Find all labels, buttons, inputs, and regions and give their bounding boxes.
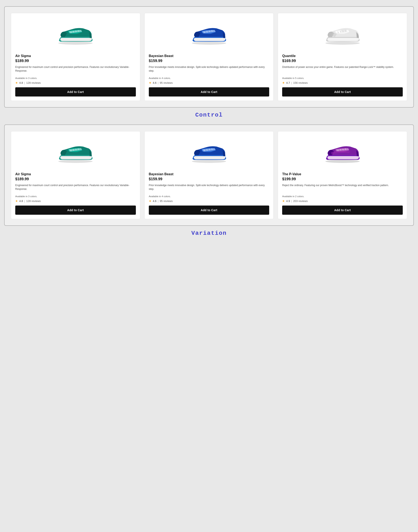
product-colors: Available in 5 colors. (282, 77, 403, 79)
rating-divider: | (291, 200, 292, 203)
product-card-quantile-control: Quantile $169.99 Distribution of power a… (278, 13, 407, 101)
reviews-count: 128 reviews (26, 200, 41, 203)
product-description: Prior knowledge meets innovative design.… (149, 183, 269, 191)
rating-value: 4.8 (19, 81, 23, 84)
svg-point-15 (58, 160, 93, 163)
product-card-air-sigma-variation: Air Sigma $189.99 Engineered for maximum… (11, 131, 140, 219)
product-card-bayesian-beast-control: Bayesian Beast $159.99 Prior knowledge m… (144, 13, 274, 101)
product-image-bayesian-beast-control (149, 17, 269, 51)
product-colors: Available in 4 colors. (149, 195, 269, 198)
control-products-grid: Air Sigma $189.99 Engineered for maximum… (11, 13, 407, 101)
star-icon: ★ (15, 81, 18, 84)
add-to-cart-button[interactable]: Add to Cart (149, 87, 269, 97)
product-card-bayesian-beast-variation: Bayesian Beast $159.99 Prior knowledge m… (144, 131, 274, 219)
svg-point-25 (325, 160, 360, 163)
product-rating: ★ 4.8 | 128 reviews (15, 81, 136, 84)
rating-divider: | (158, 81, 158, 84)
star-icon: ★ (149, 199, 151, 203)
star-icon: ★ (15, 199, 18, 203)
product-name: Bayesian Beast (149, 54, 269, 58)
product-card-air-sigma-control: Air Sigma $189.99 Engineered for maximum… (11, 13, 140, 101)
svg-point-0 (58, 42, 93, 45)
reviews-count: 128 reviews (26, 81, 41, 84)
purple-shoe-icon (322, 140, 363, 165)
product-colors: Available in 3 colors. (15, 77, 136, 79)
rating-value: 4.8 (19, 200, 23, 203)
variation-products-grid: Air Sigma $189.99 Engineered for maximum… (11, 131, 407, 219)
product-price: $199.99 (282, 177, 403, 181)
product-description: Prior knowledge meets innovative design.… (149, 65, 269, 73)
product-rating: ★ 4.6 | 95 reviews (149, 81, 269, 84)
white-shoe-icon (322, 22, 363, 46)
reviews-count: 156 reviews (293, 81, 308, 84)
product-colors: Available in 3 colors. (15, 195, 136, 198)
product-card-p-value-variation: The P-Value $199.99 Reject the ordinary.… (278, 131, 407, 219)
product-image-p-value-variation (282, 136, 403, 169)
product-image-bayesian-beast-variation (149, 136, 269, 169)
product-image-quantile-control (282, 17, 403, 51)
product-image-air-sigma-control (15, 17, 136, 51)
product-name: Quantile (282, 54, 403, 58)
rating-value: 4.6 (153, 200, 157, 203)
teal-shoe-icon-2 (55, 140, 96, 165)
add-to-cart-button[interactable]: Add to Cart (282, 205, 403, 215)
rating-divider: | (24, 81, 25, 84)
star-icon: ★ (282, 199, 285, 203)
product-name: Air Sigma (15, 54, 136, 58)
teal-shoe-icon (55, 22, 96, 46)
product-image-air-sigma-variation (15, 136, 136, 169)
add-to-cart-button[interactable]: Add to Cart (15, 87, 136, 97)
product-colors: Available in 2 colors. (282, 195, 403, 198)
rating-divider: | (291, 81, 292, 84)
product-name: Bayesian Beast (149, 172, 269, 176)
product-description: Engineered for maximum court control and… (15, 183, 136, 191)
reviews-count: 95 reviews (160, 81, 173, 84)
product-description: Distribution of power across your entire… (282, 65, 403, 73)
rating-value: 4.9 (286, 200, 290, 203)
rating-value: 4.7 (286, 81, 290, 84)
reviews-count: 95 reviews (160, 200, 173, 203)
add-to-cart-button[interactable]: Add to Cart (15, 205, 136, 215)
product-rating: ★ 4.6 | 95 reviews (149, 199, 269, 203)
product-name: Air Sigma (15, 172, 136, 176)
product-rating: ★ 4.7 | 156 reviews (282, 81, 403, 84)
product-colors: Available in 4 colors. (149, 77, 269, 79)
star-icon: ★ (149, 81, 151, 84)
rating-value: 4.6 (153, 81, 157, 84)
product-rating: ★ 4.9 | 203 reviews (282, 199, 403, 203)
control-section: Air Sigma $189.99 Engineered for maximum… (4, 6, 414, 108)
svg-point-10 (325, 42, 360, 45)
product-price: $169.99 (282, 59, 403, 63)
rating-divider: | (24, 200, 25, 203)
blue-shoe-icon (188, 22, 230, 46)
svg-point-20 (192, 160, 226, 163)
product-rating: ★ 4.8 | 128 reviews (15, 199, 136, 203)
control-label: Control (4, 112, 414, 118)
product-price: $159.99 (149, 59, 269, 63)
product-price: $159.99 (149, 177, 269, 181)
product-price: $189.99 (15, 177, 136, 181)
product-name: The P-Value (282, 172, 403, 176)
svg-point-5 (192, 42, 226, 45)
star-icon: ★ (282, 81, 285, 84)
variation-label: Variation (4, 230, 414, 237)
add-to-cart-button[interactable]: Add to Cart (282, 87, 403, 97)
variation-section: Air Sigma $189.99 Engineered for maximum… (4, 125, 414, 226)
product-description: Reject the ordinary. Featuring our prove… (282, 183, 403, 191)
product-description: Engineered for maximum court control and… (15, 65, 136, 73)
reviews-count: 203 reviews (293, 200, 308, 203)
product-price: $189.99 (15, 59, 136, 63)
add-to-cart-button[interactable]: Add to Cart (149, 205, 269, 215)
blue-shoe-icon-2 (188, 140, 230, 165)
rating-divider: | (158, 200, 158, 203)
